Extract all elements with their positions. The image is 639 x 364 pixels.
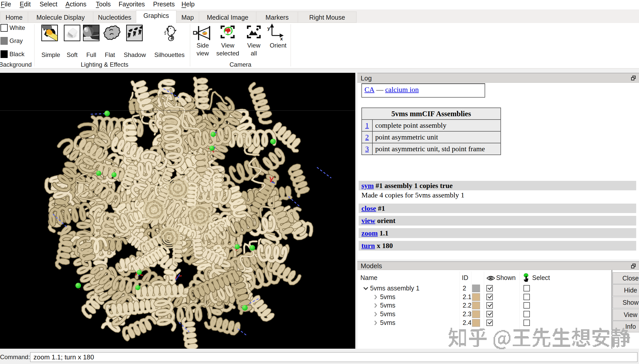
svg-text:y: y — [267, 26, 270, 31]
svg-text:x: x — [280, 36, 283, 41]
